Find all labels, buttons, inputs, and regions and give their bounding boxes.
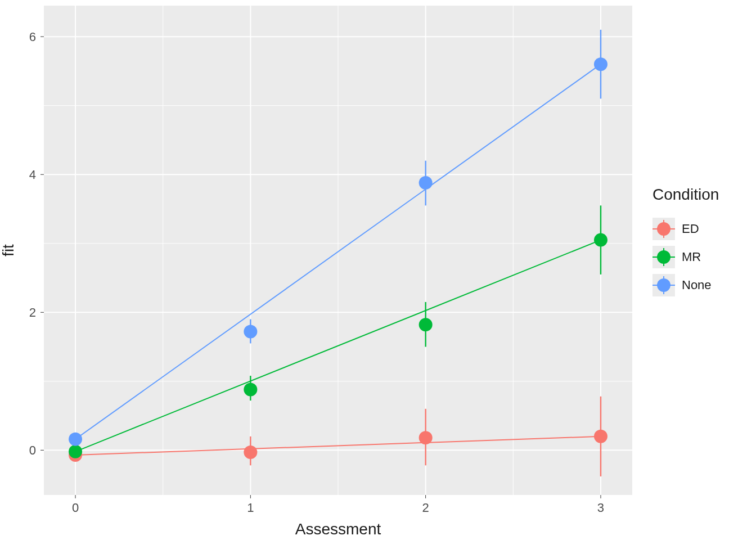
x-tick-label: 0	[72, 501, 79, 515]
chart-container: 01230246AssessmentfitConditionEDMRNone	[0, 0, 756, 540]
y-axis-title: fit	[0, 244, 17, 256]
legend-key-point	[657, 278, 670, 292]
legend-label: None	[682, 278, 712, 292]
chart-svg: 01230246AssessmentfitConditionEDMRNone	[0, 0, 756, 540]
data-point	[69, 433, 82, 446]
legend-title: Condition	[652, 186, 719, 203]
data-point	[244, 383, 257, 397]
y-tick-label: 6	[29, 30, 36, 44]
data-point	[419, 431, 433, 444]
data-point	[594, 57, 608, 71]
data-point	[69, 445, 82, 458]
legend-key-point	[657, 222, 670, 236]
x-tick-label: 3	[597, 501, 604, 515]
y-tick-label: 2	[29, 305, 36, 320]
legend-label: ED	[682, 222, 699, 236]
x-tick-label: 2	[422, 501, 429, 515]
data-point	[594, 430, 608, 443]
data-point	[594, 233, 608, 247]
y-tick-label: 4	[29, 168, 36, 182]
data-point	[419, 318, 433, 331]
data-point	[244, 325, 257, 339]
x-tick-label: 1	[247, 501, 254, 515]
data-point	[419, 176, 433, 190]
legend-label: MR	[682, 250, 701, 264]
x-axis-title: Assessment	[295, 520, 381, 538]
data-point	[244, 446, 257, 459]
y-tick-label: 0	[29, 443, 36, 457]
legend-key-point	[657, 250, 670, 264]
